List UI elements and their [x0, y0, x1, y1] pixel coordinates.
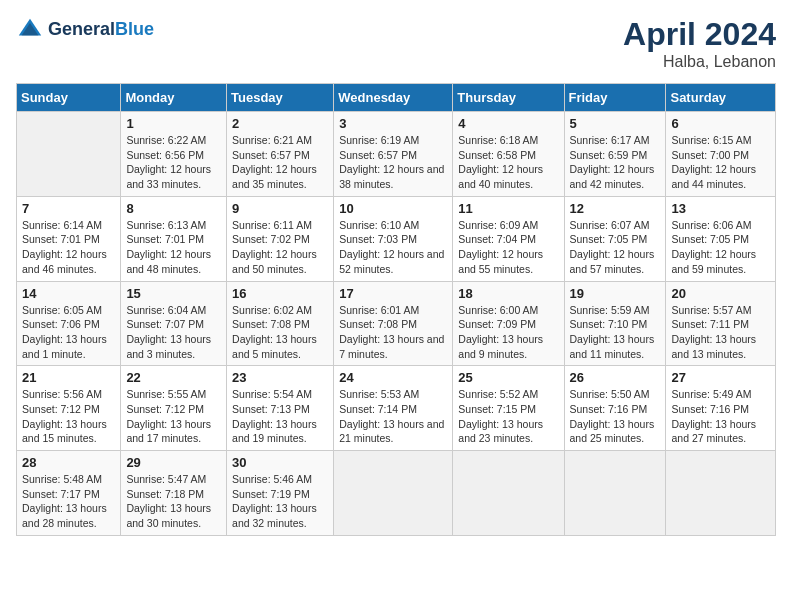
- day-number: 4: [458, 116, 558, 131]
- calendar-cell: 18 Sunrise: 6:00 AM Sunset: 7:09 PM Dayl…: [453, 281, 564, 366]
- calendar-cell: 28 Sunrise: 5:48 AM Sunset: 7:17 PM Dayl…: [17, 451, 121, 536]
- day-info: Sunrise: 6:11 AM Sunset: 7:02 PM Dayligh…: [232, 218, 328, 277]
- calendar-cell: 17 Sunrise: 6:01 AM Sunset: 7:08 PM Dayl…: [334, 281, 453, 366]
- logo: GeneralBlue: [16, 16, 154, 44]
- day-number: 13: [671, 201, 770, 216]
- day-number: 24: [339, 370, 447, 385]
- day-info: Sunrise: 5:50 AM Sunset: 7:16 PM Dayligh…: [570, 387, 661, 446]
- weekday-header: Friday: [564, 84, 666, 112]
- day-number: 14: [22, 286, 115, 301]
- day-info: Sunrise: 6:10 AM Sunset: 7:03 PM Dayligh…: [339, 218, 447, 277]
- calendar-cell: 14 Sunrise: 6:05 AM Sunset: 7:06 PM Dayl…: [17, 281, 121, 366]
- day-number: 22: [126, 370, 221, 385]
- calendar-cell: 25 Sunrise: 5:52 AM Sunset: 7:15 PM Dayl…: [453, 366, 564, 451]
- calendar-cell: 2 Sunrise: 6:21 AM Sunset: 6:57 PM Dayli…: [227, 112, 334, 197]
- day-number: 21: [22, 370, 115, 385]
- day-number: 11: [458, 201, 558, 216]
- calendar-cell: 20 Sunrise: 5:57 AM Sunset: 7:11 PM Dayl…: [666, 281, 776, 366]
- day-info: Sunrise: 5:57 AM Sunset: 7:11 PM Dayligh…: [671, 303, 770, 362]
- calendar-cell: [334, 451, 453, 536]
- calendar-cell: 15 Sunrise: 6:04 AM Sunset: 7:07 PM Dayl…: [121, 281, 227, 366]
- day-number: 17: [339, 286, 447, 301]
- calendar-cell: 3 Sunrise: 6:19 AM Sunset: 6:57 PM Dayli…: [334, 112, 453, 197]
- calendar-cell: 4 Sunrise: 6:18 AM Sunset: 6:58 PM Dayli…: [453, 112, 564, 197]
- day-info: Sunrise: 6:17 AM Sunset: 6:59 PM Dayligh…: [570, 133, 661, 192]
- day-number: 29: [126, 455, 221, 470]
- day-info: Sunrise: 5:55 AM Sunset: 7:12 PM Dayligh…: [126, 387, 221, 446]
- calendar-week-row: 28 Sunrise: 5:48 AM Sunset: 7:17 PM Dayl…: [17, 451, 776, 536]
- day-info: Sunrise: 5:47 AM Sunset: 7:18 PM Dayligh…: [126, 472, 221, 531]
- weekday-header: Tuesday: [227, 84, 334, 112]
- calendar-week-row: 7 Sunrise: 6:14 AM Sunset: 7:01 PM Dayli…: [17, 196, 776, 281]
- calendar-cell: 16 Sunrise: 6:02 AM Sunset: 7:08 PM Dayl…: [227, 281, 334, 366]
- day-number: 15: [126, 286, 221, 301]
- day-number: 6: [671, 116, 770, 131]
- weekday-header: Monday: [121, 84, 227, 112]
- location: Halba, Lebanon: [623, 53, 776, 71]
- day-info: Sunrise: 6:19 AM Sunset: 6:57 PM Dayligh…: [339, 133, 447, 192]
- calendar-cell: 7 Sunrise: 6:14 AM Sunset: 7:01 PM Dayli…: [17, 196, 121, 281]
- day-number: 18: [458, 286, 558, 301]
- day-number: 19: [570, 286, 661, 301]
- day-info: Sunrise: 5:49 AM Sunset: 7:16 PM Dayligh…: [671, 387, 770, 446]
- calendar-cell: 29 Sunrise: 5:47 AM Sunset: 7:18 PM Dayl…: [121, 451, 227, 536]
- calendar-cell: [17, 112, 121, 197]
- day-info: Sunrise: 6:00 AM Sunset: 7:09 PM Dayligh…: [458, 303, 558, 362]
- calendar-cell: 22 Sunrise: 5:55 AM Sunset: 7:12 PM Dayl…: [121, 366, 227, 451]
- day-info: Sunrise: 6:21 AM Sunset: 6:57 PM Dayligh…: [232, 133, 328, 192]
- day-info: Sunrise: 6:22 AM Sunset: 6:56 PM Dayligh…: [126, 133, 221, 192]
- day-info: Sunrise: 6:06 AM Sunset: 7:05 PM Dayligh…: [671, 218, 770, 277]
- calendar-cell: 5 Sunrise: 6:17 AM Sunset: 6:59 PM Dayli…: [564, 112, 666, 197]
- day-number: 7: [22, 201, 115, 216]
- day-info: Sunrise: 6:05 AM Sunset: 7:06 PM Dayligh…: [22, 303, 115, 362]
- calendar-cell: 19 Sunrise: 5:59 AM Sunset: 7:10 PM Dayl…: [564, 281, 666, 366]
- day-info: Sunrise: 5:59 AM Sunset: 7:10 PM Dayligh…: [570, 303, 661, 362]
- weekday-header-row: SundayMondayTuesdayWednesdayThursdayFrid…: [17, 84, 776, 112]
- calendar-cell: 24 Sunrise: 5:53 AM Sunset: 7:14 PM Dayl…: [334, 366, 453, 451]
- day-number: 27: [671, 370, 770, 385]
- calendar-week-row: 21 Sunrise: 5:56 AM Sunset: 7:12 PM Dayl…: [17, 366, 776, 451]
- day-number: 2: [232, 116, 328, 131]
- day-info: Sunrise: 5:48 AM Sunset: 7:17 PM Dayligh…: [22, 472, 115, 531]
- day-number: 12: [570, 201, 661, 216]
- calendar-cell: [564, 451, 666, 536]
- day-number: 16: [232, 286, 328, 301]
- day-info: Sunrise: 6:09 AM Sunset: 7:04 PM Dayligh…: [458, 218, 558, 277]
- day-info: Sunrise: 6:18 AM Sunset: 6:58 PM Dayligh…: [458, 133, 558, 192]
- calendar-cell: 6 Sunrise: 6:15 AM Sunset: 7:00 PM Dayli…: [666, 112, 776, 197]
- weekday-header: Sunday: [17, 84, 121, 112]
- calendar-cell: 21 Sunrise: 5:56 AM Sunset: 7:12 PM Dayl…: [17, 366, 121, 451]
- day-info: Sunrise: 5:53 AM Sunset: 7:14 PM Dayligh…: [339, 387, 447, 446]
- day-info: Sunrise: 6:02 AM Sunset: 7:08 PM Dayligh…: [232, 303, 328, 362]
- logo-icon: [16, 16, 44, 44]
- day-number: 30: [232, 455, 328, 470]
- day-number: 26: [570, 370, 661, 385]
- day-number: 10: [339, 201, 447, 216]
- day-number: 9: [232, 201, 328, 216]
- calendar-cell: 26 Sunrise: 5:50 AM Sunset: 7:16 PM Dayl…: [564, 366, 666, 451]
- day-info: Sunrise: 6:01 AM Sunset: 7:08 PM Dayligh…: [339, 303, 447, 362]
- calendar-cell: 9 Sunrise: 6:11 AM Sunset: 7:02 PM Dayli…: [227, 196, 334, 281]
- calendar-cell: 11 Sunrise: 6:09 AM Sunset: 7:04 PM Dayl…: [453, 196, 564, 281]
- day-number: 25: [458, 370, 558, 385]
- calendar-cell: 8 Sunrise: 6:13 AM Sunset: 7:01 PM Dayli…: [121, 196, 227, 281]
- day-info: Sunrise: 6:04 AM Sunset: 7:07 PM Dayligh…: [126, 303, 221, 362]
- month-title: April 2024: [623, 16, 776, 53]
- calendar-cell: 23 Sunrise: 5:54 AM Sunset: 7:13 PM Dayl…: [227, 366, 334, 451]
- calendar-cell: 13 Sunrise: 6:06 AM Sunset: 7:05 PM Dayl…: [666, 196, 776, 281]
- calendar-cell: 27 Sunrise: 5:49 AM Sunset: 7:16 PM Dayl…: [666, 366, 776, 451]
- day-info: Sunrise: 5:56 AM Sunset: 7:12 PM Dayligh…: [22, 387, 115, 446]
- logo-text: GeneralBlue: [48, 20, 154, 40]
- calendar-cell: [666, 451, 776, 536]
- day-info: Sunrise: 5:54 AM Sunset: 7:13 PM Dayligh…: [232, 387, 328, 446]
- day-number: 20: [671, 286, 770, 301]
- day-info: Sunrise: 5:46 AM Sunset: 7:19 PM Dayligh…: [232, 472, 328, 531]
- calendar-week-row: 1 Sunrise: 6:22 AM Sunset: 6:56 PM Dayli…: [17, 112, 776, 197]
- calendar-cell: [453, 451, 564, 536]
- day-number: 23: [232, 370, 328, 385]
- day-info: Sunrise: 6:13 AM Sunset: 7:01 PM Dayligh…: [126, 218, 221, 277]
- day-number: 28: [22, 455, 115, 470]
- day-number: 1: [126, 116, 221, 131]
- day-info: Sunrise: 6:14 AM Sunset: 7:01 PM Dayligh…: [22, 218, 115, 277]
- calendar-cell: 30 Sunrise: 5:46 AM Sunset: 7:19 PM Dayl…: [227, 451, 334, 536]
